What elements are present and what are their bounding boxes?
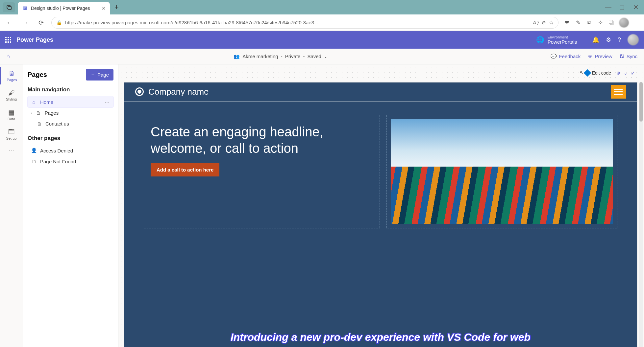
settings-icon[interactable]: ⚙	[606, 36, 611, 43]
edit-code-button[interactable]: ↖ Edit code	[585, 70, 611, 76]
site-header: Company name	[124, 82, 637, 102]
zoom-in-icon[interactable]: ⊕	[616, 70, 620, 76]
hero-image-block[interactable]	[386, 115, 617, 228]
rail-styling[interactable]: 🖌 Styling	[0, 86, 23, 104]
pages-panel: Pages ＋ Page Main navigation ⌂ Home ⋯ › …	[23, 64, 118, 347]
table-icon: ▦	[0, 108, 23, 116]
wishlist-icon[interactable]: ❤	[563, 19, 570, 26]
favorite-icon[interactable]: ✩	[549, 20, 554, 26]
home-icon: ⌂	[31, 99, 37, 105]
brush-icon: 🖌	[0, 89, 23, 97]
notifications-icon[interactable]: 🔔	[592, 36, 599, 43]
browser-menu-button[interactable]: ⋯	[633, 19, 640, 27]
url-text: https://make.preview.powerpages.microsof…	[65, 20, 530, 25]
environment-label: Environment	[548, 35, 577, 39]
nav-home-label: Home	[40, 99, 53, 105]
edit-code-label: Edit code	[592, 70, 611, 76]
canvas-scrollbar[interactable]	[639, 82, 643, 347]
scrollbar-thumb[interactable]	[639, 82, 643, 122]
hero-headline[interactable]: Create an engaging headline, welcome, or…	[151, 124, 373, 156]
address-bar[interactable]: 🔒 https://make.preview.powerpages.micros…	[51, 17, 558, 29]
window-minimize-button[interactable]: —	[603, 2, 614, 13]
section-other-pages: Other pages	[28, 135, 113, 142]
environment-picker[interactable]: 🌐 Environment PowerPortals	[536, 35, 577, 45]
site-state: Saved	[307, 54, 321, 59]
fullscreen-icon[interactable]: ⤢	[631, 70, 635, 76]
preview-button[interactable]: 👁 Preview	[588, 54, 612, 59]
home-icon[interactable]: ⌂	[7, 53, 10, 60]
left-rail: 🗎 Pages 🖌 Styling ▦ Data 🗔 Set up ⋯	[0, 64, 23, 347]
globe-icon: 🌐	[536, 36, 544, 44]
rail-data[interactable]: ▦ Data	[0, 106, 23, 124]
site-visibility: Private	[285, 54, 301, 59]
chevron-right-icon[interactable]: ›	[31, 111, 32, 115]
nav-item-contact[interactable]: 🗎 Contact us	[28, 118, 113, 129]
window-close-button[interactable]: ✕	[630, 2, 641, 13]
rail-pages[interactable]: 🗎 Pages	[0, 67, 23, 84]
tab-title: Design studio | Power Pages	[31, 6, 90, 11]
canvas: ↖ Edit code ⊕ ⌄ ⤢ Company name Create an	[118, 64, 644, 347]
nav-item-home[interactable]: ⌂ Home ⋯	[28, 96, 113, 107]
site-preview: Company name Create an engaging headline…	[124, 82, 637, 347]
preview-label: Preview	[595, 54, 612, 59]
rail-setup-label: Set up	[6, 136, 17, 140]
sync-button[interactable]: 🗘 Sync	[620, 54, 637, 59]
feedback-icon: 💬	[551, 54, 557, 59]
promo-banner-text: Introducing a new pro-dev experience wit…	[231, 331, 531, 343]
eye-icon: 👁	[588, 54, 593, 59]
zoom-menu-chevron[interactable]: ⌄	[624, 70, 628, 76]
tab-actions-button[interactable]	[3, 2, 15, 12]
panel-title: Pages	[28, 71, 47, 79]
cursor-icon: ↖	[580, 70, 584, 76]
nav-access-denied-label: Access Denied	[40, 148, 73, 153]
nav-item-pages[interactable]: › 🗎 Pages	[28, 107, 113, 118]
site-picker[interactable]: 👥 Akme marketing - Private - Saved ⌄	[234, 54, 327, 59]
browser-refresh-button[interactable]: ⟳	[36, 17, 47, 28]
browser-profile-avatar[interactable]	[619, 18, 629, 28]
product-name: Power Pages	[16, 36, 53, 43]
add-page-button[interactable]: ＋ Page	[86, 69, 113, 81]
help-icon[interactable]: ?	[618, 36, 621, 43]
site-name: Akme marketing	[242, 54, 278, 59]
nav-pages-label: Pages	[45, 110, 59, 116]
extensions-icon[interactable]: ⧉	[585, 20, 593, 26]
section-main-nav: Main navigation	[28, 86, 113, 93]
rail-more-button[interactable]: ⋯	[8, 147, 15, 154]
close-tab-button[interactable]: ×	[102, 5, 105, 12]
hero-cta-button[interactable]: Add a call to action here	[151, 163, 219, 176]
vscode-icon	[583, 69, 591, 77]
add-page-label: Page	[97, 72, 109, 78]
plus-icon: ＋	[90, 72, 95, 78]
browser-forward-button: →	[20, 17, 31, 28]
collections-icon[interactable]: ⿻	[608, 20, 615, 26]
browser-back-button[interactable]: ←	[4, 17, 15, 28]
hero-text-block[interactable]: Create an engaging headline, welcome, or…	[144, 115, 380, 228]
person-icon: 👤	[31, 148, 37, 153]
favorites-bar-icon[interactable]: ✧	[597, 19, 604, 26]
chevron-down-icon: ⌄	[324, 54, 327, 59]
nav-item-not-found[interactable]: 🗋 Page Not Found	[28, 156, 113, 167]
rail-data-label: Data	[8, 117, 15, 121]
hamburger-menu-button[interactable]	[611, 85, 626, 99]
user-avatar[interactable]	[628, 34, 639, 45]
new-tab-button[interactable]: +	[112, 3, 121, 12]
nav-not-found-label: Page Not Found	[40, 159, 76, 164]
rail-setup[interactable]: 🗔 Set up	[0, 126, 23, 143]
site-logo-icon	[135, 87, 144, 96]
promo-banner: Introducing a new pro-dev experience wit…	[124, 328, 637, 347]
item-more-button[interactable]: ⋯	[105, 99, 110, 105]
nav-item-access-denied[interactable]: 👤 Access Denied	[28, 145, 113, 156]
not-found-icon: 🗋	[31, 159, 37, 164]
app-launcher-button[interactable]	[5, 37, 11, 43]
svg-rect-1	[8, 7, 12, 10]
zoom-out-icon[interactable]: ⊖	[542, 20, 546, 26]
edge-tool-icon[interactable]: ✎	[574, 19, 582, 26]
feedback-button[interactable]: 💬 Feedback	[551, 54, 581, 59]
browser-tab[interactable]: Design studio | Power Pages ×	[18, 2, 110, 14]
reading-mode-icon[interactable]: A⁊	[533, 20, 538, 26]
window-maximize-button[interactable]: ◻	[616, 2, 628, 13]
rail-styling-label: Styling	[6, 97, 17, 101]
site-company-name[interactable]: Company name	[148, 87, 209, 97]
lock-icon: 🔒	[56, 20, 62, 25]
environment-name: PowerPortals	[548, 39, 577, 45]
